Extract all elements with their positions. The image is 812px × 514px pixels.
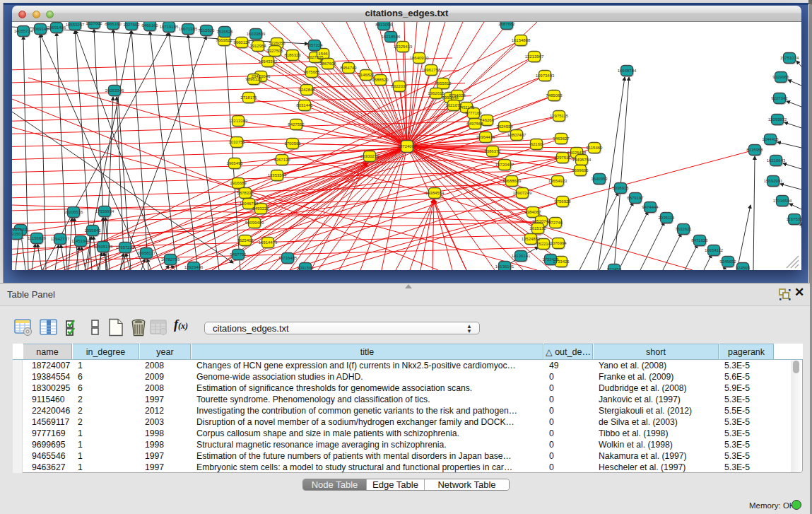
svg-text:9329966: 9329966 (772, 75, 789, 79)
svg-text:16914479: 16914479 (259, 240, 278, 245)
svg-text:5938915: 5938915 (612, 186, 629, 190)
svg-text:2718176: 2718176 (240, 95, 257, 100)
svg-text:9146821: 9146821 (358, 73, 375, 77)
svg-text:17359934: 17359934 (95, 209, 114, 214)
svg-text:14136141: 14136141 (512, 254, 531, 258)
svg-text:16671385: 16671385 (179, 27, 198, 31)
svg-text:391501: 391501 (12, 232, 24, 236)
svg-text:12093872: 12093872 (768, 117, 787, 122)
svg-text:9463627: 9463627 (553, 136, 570, 141)
svg-text:16154808: 16154808 (512, 38, 531, 42)
svg-text:20691406: 20691406 (47, 25, 66, 30)
svg-text:9660124: 9660124 (233, 40, 250, 45)
svg-text:8813054: 8813054 (375, 23, 392, 27)
svg-text:10543362: 10543362 (259, 59, 278, 64)
svg-text:7632621: 7632621 (675, 227, 692, 231)
svg-text:18907249: 18907249 (513, 191, 532, 195)
svg-text:15716485: 15716485 (278, 256, 298, 260)
svg-text:7625402: 7625402 (237, 238, 254, 243)
svg-text:17016504: 17016504 (773, 199, 792, 203)
svg-text:6497568: 6497568 (466, 122, 483, 126)
svg-text:1546: 1546 (318, 52, 328, 56)
svg-text:16782759: 16782759 (161, 257, 180, 262)
svg-text:12923446: 12923446 (184, 265, 204, 269)
svg-text:11451944: 11451944 (71, 239, 90, 243)
svg-text:9227342: 9227342 (771, 96, 788, 100)
svg-text:8427552: 8427552 (288, 122, 305, 127)
svg-text:54099489: 54099489 (245, 221, 264, 225)
svg-text:6466160: 6466160 (141, 23, 158, 28)
svg-text:8031441: 8031441 (296, 103, 313, 107)
svg-text:1588520: 1588520 (372, 78, 389, 82)
svg-text:15720407: 15720407 (495, 163, 514, 167)
svg-text:1244415: 1244415 (762, 137, 779, 141)
svg-text:1916689: 1916689 (230, 181, 247, 185)
svg-text:12975115: 12975115 (550, 114, 569, 118)
svg-text:252214: 252214 (536, 242, 551, 246)
svg-text:10046788: 10046788 (240, 201, 259, 206)
svg-text:5878332: 5878332 (237, 191, 254, 195)
svg-text:3912954: 3912954 (249, 44, 266, 48)
svg-text:10958117: 10958117 (137, 251, 156, 255)
svg-text:12213967: 12213967 (525, 54, 544, 59)
svg-text:2451172: 2451172 (459, 105, 476, 110)
svg-text:7663822: 7663822 (216, 38, 233, 42)
svg-text:20206516: 20206516 (64, 210, 83, 214)
svg-text:9474444: 9474444 (642, 205, 659, 209)
svg-text:16961758: 16961758 (422, 68, 441, 72)
svg-text:5226058: 5226058 (269, 41, 286, 45)
svg-text:9327505: 9327505 (266, 49, 283, 53)
svg-text:3267130: 3267130 (273, 158, 290, 162)
svg-text:25300275: 25300275 (360, 154, 379, 158)
svg-text:2687682: 2687682 (498, 22, 515, 26)
svg-text:972450: 972450 (607, 267, 622, 270)
svg-text:18724007: 18724007 (398, 144, 417, 148)
svg-text:7515526: 7515526 (216, 30, 233, 34)
svg-text:13524851: 13524851 (522, 237, 541, 241)
svg-text:1076994: 1076994 (550, 241, 567, 245)
svg-text:1640953: 1640953 (591, 177, 608, 181)
svg-text:18640910: 18640910 (410, 56, 429, 60)
svg-text:9699695: 9699695 (572, 168, 589, 173)
svg-text:10688609: 10688609 (502, 179, 522, 183)
svg-text:1733426: 1733426 (542, 257, 559, 262)
svg-text:11156829: 11156829 (28, 236, 46, 240)
svg-text:8322037: 8322037 (391, 84, 408, 88)
svg-text:924565: 924565 (736, 266, 751, 270)
svg-text:1327602: 1327602 (123, 23, 140, 27)
svg-text:1327602: 1327602 (86, 22, 102, 25)
svg-text:10807487: 10807487 (507, 133, 526, 137)
svg-text:5493222: 5493222 (252, 206, 269, 211)
svg-text:6794028: 6794028 (449, 93, 466, 98)
svg-text:15692991: 15692991 (764, 179, 783, 183)
svg-text:1091504: 1091504 (297, 266, 314, 270)
svg-text:8186323: 8186323 (284, 53, 301, 57)
svg-text:10553257: 10553257 (66, 23, 85, 27)
svg-text:9896123: 9896123 (245, 77, 262, 81)
svg-text:10719185: 10719185 (160, 25, 179, 29)
svg-text:9756928: 9756928 (554, 199, 571, 204)
svg-text:19218506: 19218506 (382, 35, 401, 39)
svg-text:8454749: 8454749 (340, 66, 357, 70)
svg-text:12213389: 12213389 (229, 119, 248, 123)
svg-text:1297515: 1297515 (554, 156, 571, 160)
svg-text:7357224: 7357224 (306, 43, 323, 47)
svg-text:9384067: 9384067 (524, 210, 541, 214)
svg-text:10025438: 10025438 (567, 151, 587, 155)
svg-text:7515526: 7515526 (198, 28, 215, 33)
svg-text:13654923: 13654923 (548, 179, 567, 183)
svg-text:10654112: 10654112 (705, 248, 724, 252)
svg-text:6466160: 6466160 (105, 22, 122, 26)
svg-text:9242848: 9242848 (298, 88, 315, 92)
svg-text:1010755: 1010755 (228, 140, 245, 144)
svg-text:26053346: 26053346 (105, 88, 124, 93)
svg-text:1615132: 1615132 (529, 226, 546, 230)
svg-text:62160: 62160 (531, 142, 543, 146)
svg-text:1167531: 1167531 (787, 217, 801, 221)
svg-text:19384554: 19384554 (425, 191, 445, 195)
svg-text:6879197: 6879197 (627, 196, 644, 200)
svg-text:3675685: 3675685 (303, 70, 320, 74)
svg-text:15751074: 15751074 (780, 56, 799, 60)
svg-text:14055724: 14055724 (14, 29, 33, 33)
svg-text:7955812: 7955812 (435, 81, 452, 86)
